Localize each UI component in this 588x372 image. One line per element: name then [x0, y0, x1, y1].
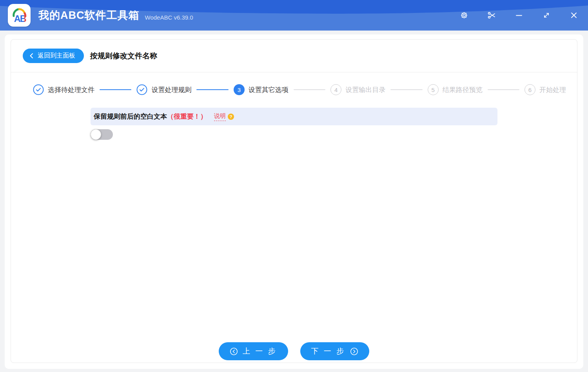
titlebar: A B 我的ABC软件工具箱 WodeABC v6.39.0 [0, 0, 588, 31]
outer-panel: 返回到主面板 按规则修改文件名称 选择待处理文件 [5, 34, 583, 369]
next-button-label: 下 一 步 [311, 346, 346, 356]
step-2-label: 设置处理规则 [151, 85, 191, 94]
step-2-set-rules[interactable]: 设置处理规则 [136, 84, 191, 95]
step-5-label: 结果路径预览 [443, 85, 483, 94]
step-3-label: 设置其它选项 [249, 85, 289, 94]
option-label: 保留规则前后的空白文本 [94, 112, 167, 121]
wizard-card: 返回到主面板 按规则修改文件名称 选择待处理文件 [11, 39, 577, 363]
step-6-start-process: 6 开始处理 [524, 84, 566, 95]
explanation-link[interactable]: 说明 [214, 112, 226, 121]
next-circle-arrow-icon [350, 347, 358, 356]
main-area: 返回到主面板 按规则修改文件名称 选择待处理文件 [0, 31, 588, 372]
step-6-label: 开始处理 [539, 85, 566, 94]
step-1-label: 选择待处理文件 [48, 85, 94, 94]
card-header: 返回到主面板 按规则修改文件名称 [11, 40, 577, 72]
step-4-number-badge: 4 [330, 84, 341, 95]
step-5-path-preview: 5 结果路径预览 [428, 84, 483, 95]
step-connector [100, 89, 131, 90]
next-step-button[interactable]: 下 一 步 [300, 342, 370, 360]
back-to-main-button[interactable]: 返回到主面板 [23, 49, 84, 63]
back-button-label: 返回到主面板 [38, 52, 75, 60]
step-1-select-files[interactable]: 选择待处理文件 [33, 84, 94, 95]
prev-circle-arrow-icon [230, 347, 238, 356]
step-connector [196, 89, 228, 90]
step-1-check-icon [33, 84, 44, 95]
step-2-check-icon [136, 84, 147, 95]
wizard-stepper: 选择待处理文件 设置处理规则 3 设置其它选项 4 [11, 72, 577, 107]
page-title: 按规则修改文件名称 [90, 51, 157, 61]
option-row-keep-whitespace: 保留规则前后的空白文本 （很重要！） 说明 ? [91, 108, 497, 125]
help-question-icon[interactable]: ? [228, 114, 234, 120]
step-connector [488, 89, 519, 90]
step-5-number-badge: 5 [428, 84, 439, 95]
svg-text:B: B [20, 14, 27, 24]
step-6-number-badge: 6 [524, 84, 535, 95]
prev-step-button[interactable]: 上 一 步 [219, 342, 288, 360]
app-version: WodeABC v6.39.0 [145, 14, 193, 21]
resize-icon[interactable] [542, 11, 551, 20]
step-4-label: 设置输出目录 [345, 85, 385, 94]
option-important-note: （很重要！） [167, 112, 207, 121]
close-icon[interactable] [569, 11, 579, 20]
step-3-number-badge: 3 [234, 84, 245, 95]
step-3-other-options[interactable]: 3 设置其它选项 [234, 84, 289, 95]
step-connector [294, 89, 325, 90]
toggle-knob [91, 129, 101, 140]
window-controls [459, 0, 579, 31]
minimize-icon[interactable] [514, 11, 524, 20]
wizard-footer: 上 一 步 下 一 步 [11, 342, 577, 360]
app-title: 我的ABC软件工具箱 [38, 8, 140, 22]
keep-whitespace-toggle[interactable] [91, 129, 113, 140]
step-4-output-dir: 4 设置输出目录 [330, 84, 385, 95]
prev-button-label: 上 一 步 [243, 346, 277, 356]
screenshot-cut-icon[interactable] [487, 11, 496, 20]
app-logo: A B [8, 4, 31, 27]
back-chevron-icon [29, 53, 34, 59]
settings-gear-icon[interactable] [459, 11, 469, 20]
step-connector [390, 89, 422, 90]
